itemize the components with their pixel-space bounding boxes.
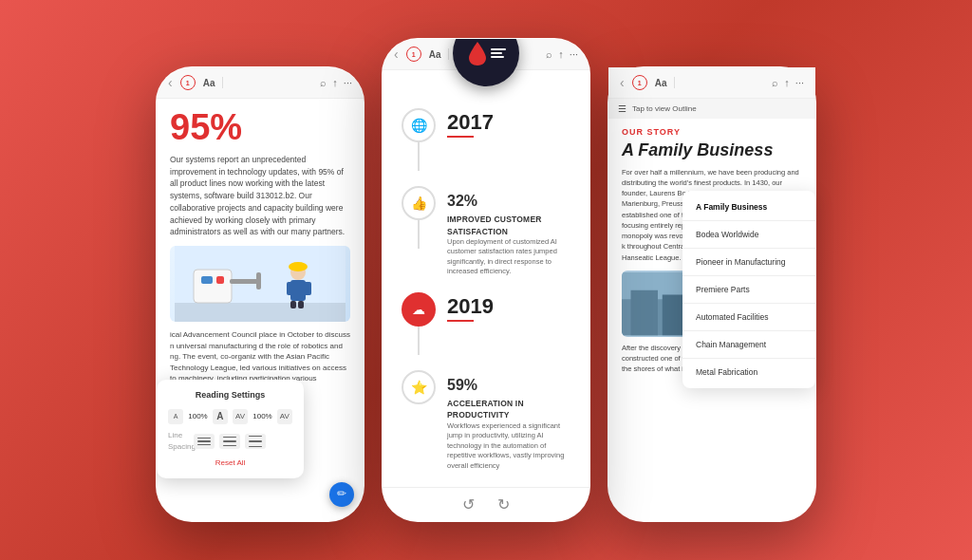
timeline-year-2019: 2019	[447, 296, 570, 317]
outline-item-3[interactable]: Premiere Parts	[682, 279, 815, 300]
font-pct1: 100%	[188, 411, 207, 422]
timeline-container: 🌐 2017 👍	[396, 101, 576, 478]
separator2	[448, 48, 449, 60]
story-title: A Family Business	[622, 140, 802, 161]
outline-divider-2	[682, 275, 815, 276]
line-spacing-tight[interactable]	[194, 434, 215, 449]
timeline-stat-59: 59%	[447, 374, 570, 396]
outline-divider-4	[682, 330, 815, 331]
phone-left-topbar: ‹ 1 Aa ⌕ ↑ ···	[157, 67, 364, 99]
edit-icon: ✏	[337, 486, 346, 502]
line-spacing-loose[interactable]	[245, 434, 266, 449]
share-icon-right[interactable]: ↑	[784, 77, 790, 88]
phones-container: ‹ 1 Aa ⌕ ↑ ··· 95% Our systems report an…	[137, 19, 835, 541]
forward-nav-center[interactable]: ↻	[497, 495, 510, 513]
edit-fab[interactable]: ✏	[329, 482, 354, 507]
timeline-desc-satisfaction: Upon deployment of customized AI custome…	[447, 237, 570, 277]
reading-settings-title: Reading Settings	[168, 389, 292, 401]
svg-rect-1	[175, 303, 346, 322]
outline-divider-3	[682, 303, 815, 304]
topbar-icons-left: ⌕ ↑ ···	[320, 77, 352, 88]
svg-rect-12	[298, 301, 304, 308]
timeline-title-productivity: ACCELERATION IN PRODUCTIVITY	[447, 398, 570, 421]
reading-settings-panel: Reading Settings A 100% A AV 100% AV Lin…	[157, 380, 304, 478]
back-arrow-left[interactable]: ‹	[168, 75, 173, 90]
outline-item-5[interactable]: Chain Management	[682, 334, 815, 355]
outline-item-1[interactable]: Bodea Worldwide	[682, 224, 815, 245]
line-spacing-medium[interactable]	[219, 434, 240, 449]
font-large-btn[interactable]: A	[213, 409, 228, 424]
phone-left: ‹ 1 Aa ⌕ ↑ ··· 95% Our systems report an…	[156, 66, 364, 522]
more-icon-right[interactable]: ···	[795, 77, 804, 88]
svg-rect-6	[256, 272, 261, 289]
font-indicator-right[interactable]: 1	[632, 75, 647, 90]
back-nav-center[interactable]: ↺	[462, 495, 475, 513]
phone-center: ‹ 1 Aa ⌕ ↑ ··· 🌐	[382, 38, 590, 522]
outline-icon: ☰	[618, 103, 626, 114]
outline-divider-0	[682, 220, 815, 221]
aa-label-left[interactable]: Aa	[203, 78, 215, 88]
timeline-title-satisfaction: IMPROVED CUSTOMER SATISFACTION	[447, 214, 570, 237]
svg-point-13	[289, 262, 308, 271]
topbar-icons-center: ⌕ ↑ ···	[546, 48, 578, 60]
topbar-icons-right: ⌕ ↑ ···	[772, 77, 804, 88]
separator	[222, 77, 223, 88]
back-arrow-right[interactable]: ‹	[620, 75, 625, 90]
phone-right-topbar: ‹ 1 Aa ⌕ ↑ ···	[608, 67, 815, 99]
outline-item-0[interactable]: A Family Business	[682, 196, 815, 217]
svg-rect-9	[287, 282, 294, 295]
line-spacing-label: Line Spacing	[168, 430, 189, 452]
timeline-circle-32: 👍	[402, 186, 436, 220]
outline-divider-5	[682, 358, 815, 359]
outline-item-4[interactable]: Automated Facilities	[682, 307, 815, 327]
red-line-2019	[447, 320, 474, 322]
timeline-year-2017: 2017	[447, 112, 570, 133]
svg-rect-5	[230, 279, 258, 284]
share-icon-center[interactable]: ↑	[558, 48, 564, 60]
timeline-item-32: 👍 32% IMPROVED CUSTOMER SATISFACTION Upo…	[402, 178, 570, 285]
search-icon-right[interactable]: ⌕	[772, 77, 778, 88]
timeline-circle-2017: 🌐	[402, 108, 436, 142]
font-av1-btn[interactable]: AV	[233, 409, 248, 424]
big-stat: 95%	[170, 108, 350, 148]
font-indicator-center[interactable]: 1	[406, 47, 421, 62]
aa-label-center[interactable]: Aa	[429, 49, 441, 60]
share-icon-left[interactable]: ↑	[332, 77, 338, 88]
more-icon-center[interactable]: ···	[570, 48, 578, 60]
story-label: OUR STORY	[622, 126, 802, 139]
outline-bar-text: Tap to view Outline	[632, 104, 697, 113]
svg-rect-3	[201, 276, 213, 284]
aa-label-right[interactable]: Aa	[655, 78, 667, 88]
search-icon-left[interactable]: ⌕	[320, 77, 327, 88]
outline-item-2[interactable]: Pioneer in Manufacturing	[682, 252, 815, 272]
separator3	[674, 77, 675, 88]
outline-divider-1	[682, 248, 815, 249]
timeline-stat-32: 32%	[447, 190, 570, 212]
font-size-row: A 100% A AV 100% AV	[168, 409, 292, 424]
search-icon-center[interactable]: ⌕	[546, 48, 552, 60]
timeline-item-2017: 🌐 2017	[402, 101, 570, 178]
robot-image	[170, 246, 350, 322]
reset-all-btn[interactable]: Reset All	[168, 457, 292, 469]
more-icon-left[interactable]: ···	[344, 77, 352, 88]
back-arrow-center[interactable]: ‹	[394, 47, 399, 62]
phone-right: ‹ 1 Aa ⌕ ↑ ··· ☰ Tap to view Outline OUR…	[608, 66, 816, 522]
svg-rect-16	[631, 290, 659, 336]
line-spacing-row: Line Spacing	[168, 430, 292, 452]
red-line-2017	[447, 136, 474, 138]
svg-rect-17	[663, 294, 685, 335]
svg-rect-4	[216, 276, 224, 284]
font-av2-btn[interactable]: AV	[277, 409, 292, 424]
outline-bar[interactable]: ☰ Tap to view Outline	[608, 99, 815, 119]
timeline-item-2019: ☁ 2019	[402, 285, 570, 363]
font-small-btn[interactable]: A	[168, 409, 183, 424]
outline-item-6[interactable]: Metal Fabrication	[682, 362, 815, 383]
svg-rect-11	[290, 301, 296, 308]
font-pct2: 100%	[252, 411, 271, 422]
phone-left-content: 95% Our systems report an unprecedented …	[157, 99, 364, 516]
svg-rect-10	[304, 282, 311, 295]
phone-center-content: 🌐 2017 👍	[383, 70, 589, 516]
timeline-desc-productivity: Workflows experienced a significant jump…	[447, 421, 570, 472]
timeline-circle-2019: ☁	[402, 292, 436, 327]
font-indicator-left[interactable]: 1	[180, 75, 196, 90]
